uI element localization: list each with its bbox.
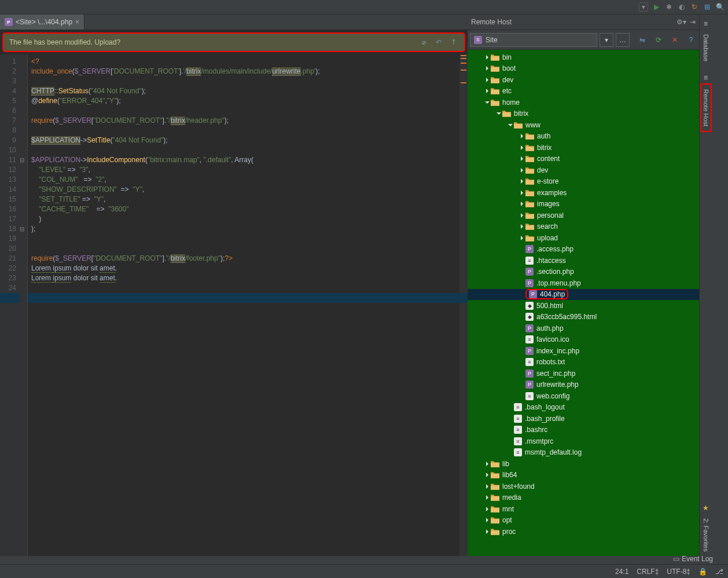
tab-remote-host[interactable]: Remote Host — [700, 83, 712, 132]
tab-database[interactable]: Database — [701, 30, 711, 66]
tree-folder[interactable]: bitrix — [468, 142, 699, 153]
upload-icon[interactable]: ⤒ — [449, 38, 458, 47]
eventlog-icon: ▭ — [673, 555, 679, 563]
tree-folder[interactable]: lost+found — [468, 481, 699, 492]
tree-file[interactable]: ≡.htaccess — [468, 255, 699, 266]
remotehost-icon[interactable]: ≡ — [701, 73, 711, 82]
server-icon: S — [474, 36, 482, 44]
dropdown-icon[interactable]: ▾ — [639, 2, 648, 12]
tree-folder[interactable]: www — [468, 119, 699, 131]
php-file-icon: P — [5, 18, 13, 26]
tree-file[interactable]: Purlrewrite.php — [468, 379, 699, 391]
tree-file[interactable]: ◆a63ccb5ac995.html — [468, 312, 699, 323]
tree-file[interactable]: P.top.menu.php — [468, 277, 699, 289]
close-icon[interactable]: × — [75, 18, 79, 26]
database-icon[interactable]: ≡ — [701, 19, 711, 28]
tree-folder[interactable]: proc — [468, 526, 699, 537]
event-log-button[interactable]: ▭ Event Log — [673, 554, 713, 564]
remote-tree[interactable]: binbootdevetchomebitrixwwwauthbitrixcont… — [468, 50, 699, 556]
right-tool-sidebar: ≡ Database ≡ Remote Host ★ 2: Favorites — [699, 14, 712, 556]
tree-folder[interactable]: examples — [468, 187, 699, 199]
tree-folder[interactable]: home — [468, 97, 699, 108]
cursor-position[interactable]: 24:1 — [615, 568, 628, 576]
tree-folder[interactable]: personal — [468, 210, 699, 221]
debug-icon[interactable]: ✱ — [664, 2, 674, 12]
tree-folder[interactable]: opt — [468, 515, 699, 526]
tab-label: <Site> \...\404.php — [16, 18, 72, 26]
tree-file[interactable]: P.section.php — [468, 266, 699, 278]
tree-file[interactable]: ≡.bash_profile — [468, 413, 699, 425]
more-button[interactable]: … — [616, 33, 630, 47]
toolbar-icon[interactable]: ? — [685, 34, 697, 46]
tree-folder[interactable]: dev — [468, 164, 699, 176]
line-ending[interactable]: CRLF‡ — [637, 568, 659, 576]
tree-file[interactable]: ≡web.config — [468, 390, 699, 402]
toolbar-icon[interactable]: ✕ — [669, 34, 681, 46]
tree-folder[interactable]: e-store — [468, 176, 699, 188]
tree-folder[interactable]: mnt — [468, 503, 699, 515]
tree-folder[interactable]: images — [468, 199, 699, 210]
encoding[interactable]: UTF-8‡ — [667, 568, 690, 576]
tree-folder[interactable]: lib64 — [468, 470, 699, 481]
tree-folder[interactable]: bin — [468, 52, 699, 63]
tree-file[interactable]: Pauth.php — [468, 323, 699, 334]
tree-folder[interactable]: search — [468, 221, 699, 233]
tree-folder[interactable]: content — [468, 153, 699, 165]
tree-file[interactable]: ≡.bash_logout — [468, 402, 699, 414]
tree-folder[interactable]: lib — [468, 458, 699, 470]
tree-file[interactable]: ≡.msmtprc — [468, 436, 699, 447]
fold-gutter: ⊟ ⊟ — [20, 54, 28, 556]
toolbar-icon[interactable]: ⟳ — [653, 34, 664, 46]
grid-icon[interactable]: ⊞ — [703, 2, 712, 12]
tree-folder[interactable]: upload — [468, 232, 699, 244]
revert-icon[interactable]: ↶ — [434, 38, 443, 47]
tree-file[interactable]: P404.php — [468, 289, 699, 301]
tree-folder[interactable]: etc — [468, 86, 699, 97]
git-icon[interactable]: ⎇ — [715, 568, 723, 576]
editor-pane: P <Site> \...\404.php × The file has bee… — [0, 14, 468, 556]
code-editor[interactable]: 1234567891011121314151617181920212223242… — [0, 54, 468, 556]
diff-icon[interactable]: ⌀ — [419, 38, 428, 47]
remote-toolbar: S Site ▾ … ⇋⟳✕? — [468, 30, 699, 50]
combo-dropdown[interactable]: ▾ — [600, 33, 613, 47]
tree-file[interactable]: Pindex_inc.php — [468, 345, 699, 357]
remote-host-pane: Remote Host ⚙▾ ⇥ S Site ▾ … ⇋⟳✕? binboot… — [468, 14, 699, 556]
tree-file[interactable]: ≡robots.txt — [468, 357, 699, 368]
error-stripe[interactable] — [459, 54, 468, 556]
banner-text: The file has been modified. Upload? — [9, 38, 120, 46]
tree-file[interactable]: ≡.bashrc — [468, 425, 699, 436]
tree-folder[interactable]: dev — [468, 74, 699, 86]
hide-icon[interactable]: ⇥ — [690, 18, 696, 26]
code-area[interactable]: <?include_once($_SERVER['DOCUMENT_ROOT']… — [28, 54, 459, 556]
tab-404php[interactable]: P <Site> \...\404.php × — [0, 14, 84, 30]
gear-icon[interactable]: ⚙▾ — [676, 18, 686, 26]
tree-file[interactable]: Psect_inc.php — [468, 368, 699, 379]
search-icon[interactable]: 🔍 — [715, 2, 725, 12]
favorites-icon[interactable]: ★ — [701, 503, 711, 513]
tree-folder[interactable]: boot — [468, 63, 699, 75]
editor-tabs: P <Site> \...\404.php × — [0, 14, 468, 30]
upload-banner: The file has been modified. Upload? ⌀ ↶ … — [2, 32, 465, 52]
tree-folder[interactable]: auth — [468, 131, 699, 142]
status-bar: 24:1 CRLF‡ UTF-8‡ 🔒 ⎇ — [0, 564, 728, 578]
lock-icon[interactable]: 🔒 — [698, 568, 707, 576]
top-toolbar: ▾ ▶ ✱ ◐ ↻ ⊞ 🔍 — [0, 0, 728, 14]
line-gutter: 1234567891011121314151617181920212223242… — [0, 54, 20, 556]
tree-file[interactable]: ≡favicon.ico — [468, 334, 699, 346]
tree-file[interactable]: ≡msmtp_default.log — [468, 447, 699, 459]
tree-file[interactable]: P.access.php — [468, 244, 699, 255]
run-icon[interactable]: ▶ — [652, 2, 661, 12]
coverage-icon[interactable]: ◐ — [677, 2, 686, 12]
update-icon[interactable]: ↻ — [690, 2, 699, 12]
tree-folder[interactable]: media — [468, 492, 699, 504]
tab-favorites[interactable]: 2: Favorites — [701, 514, 711, 556]
tree-folder[interactable]: bitrix — [468, 108, 699, 120]
tree-file[interactable]: ◆500.html — [468, 300, 699, 312]
toolbar-icon[interactable]: ⇋ — [637, 34, 648, 46]
server-combo[interactable]: S Site — [470, 33, 597, 47]
server-name: Site — [486, 36, 498, 44]
panel-title: Remote Host — [471, 18, 512, 26]
